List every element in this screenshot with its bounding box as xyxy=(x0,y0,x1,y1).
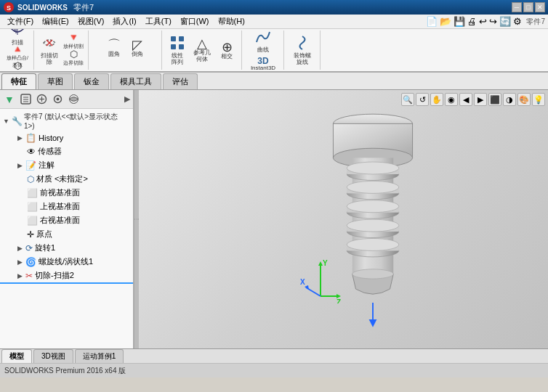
fillet-icon: ⌒ xyxy=(108,38,121,52)
qa-open[interactable]: 📂 xyxy=(440,16,451,27)
curves-button[interactable]: 曲线 xyxy=(251,29,275,54)
loft-boss-icon: 🔺 xyxy=(12,44,23,54)
menu-view[interactable]: 视图(V) xyxy=(73,15,109,28)
prev-view-btn[interactable]: ◀ xyxy=(459,93,472,106)
feature-tree-tab[interactable] xyxy=(19,92,33,107)
tabbar: 特征 草图 钣金 模具工具 评估 xyxy=(0,73,548,90)
config-tab[interactable] xyxy=(51,92,65,107)
intersect-button[interactable]: ⊕ 相交 xyxy=(215,33,238,68)
view-orient-btn[interactable]: ◉ xyxy=(445,93,458,106)
tree-item-front-plane[interactable]: ⬜ 前视基准面 xyxy=(0,186,133,200)
draft-button[interactable]: ▽ 拔模 xyxy=(126,67,148,73)
annotation-icon: 📝 xyxy=(25,160,36,171)
svg-text:X: X xyxy=(300,278,305,286)
appearance-btn[interactable]: ◑ xyxy=(503,93,516,106)
quick-access-bar: 📄 📂 💾 🖨 ↩ ↪ 🔄 ⚙ xyxy=(426,16,522,27)
win-close[interactable]: ✕ xyxy=(535,2,545,12)
tree-item-material[interactable]: ⬡ 材质 <未指定> xyxy=(0,172,133,186)
material-label: 材质 <未指定> xyxy=(36,173,88,184)
revolve1-icon: ⟳ xyxy=(25,243,33,253)
lights-btn[interactable]: 💡 xyxy=(532,93,545,106)
ref-geometry-button[interactable]: △ 参考几何体 xyxy=(190,33,214,68)
fillet-button[interactable]: ⌒ 圆角 xyxy=(103,30,125,65)
rib-button[interactable]: ▤ 筋 xyxy=(103,67,125,73)
tree-item-cut-sweep2[interactable]: ▶ ✂ 切除-扫描2 xyxy=(0,269,133,284)
menu-insert[interactable]: 插入(I) xyxy=(108,15,140,28)
toolbar-loft-buttons: 🔺 放样凸台/基体 ⬡ 边界凸台/基体 xyxy=(6,48,29,73)
annotation-label: 注解 xyxy=(39,160,55,171)
svg-point-22 xyxy=(347,181,399,193)
part-name: 零件7 xyxy=(526,17,545,27)
qa-undo[interactable]: ↩ xyxy=(479,16,487,27)
panel-expand-arrow[interactable]: ▶ xyxy=(123,93,132,105)
top-plane-label: 上视基准面 xyxy=(40,201,80,212)
qa-print[interactable]: 🖨 xyxy=(467,16,477,27)
tab-sheet-metal[interactable]: 钣金 xyxy=(74,73,109,89)
menu-edit[interactable]: 编辑(E) xyxy=(38,15,73,28)
tree-item-right-plane[interactable]: ⬜ 右视基准面 xyxy=(0,213,133,227)
left-panel: ▼ xyxy=(0,90,134,348)
menu-window[interactable]: 窗口(W) xyxy=(176,15,214,28)
curves-icon xyxy=(255,29,271,47)
win-maximize[interactable]: □ xyxy=(523,2,533,12)
solidworks-logo: S xyxy=(3,1,16,13)
btab-model[interactable]: 模型 xyxy=(1,349,32,363)
swept-cut-label: 扫描切除 xyxy=(41,53,58,66)
toolbar-helix-group: 装饰螺旋线 xyxy=(285,30,321,70)
helix-label: 螺旋线/涡状线1 xyxy=(39,256,93,267)
boundary-boss-button[interactable]: ⬡ 边界凸台/基体 xyxy=(6,65,29,73)
qa-new[interactable]: 📄 xyxy=(426,16,438,27)
menu-file[interactable]: 文件(F) xyxy=(3,15,38,28)
next-view-btn[interactable]: ▶ xyxy=(474,93,487,106)
svg-point-19 xyxy=(347,162,399,174)
linear-pattern-button[interactable]: 线性阵列 xyxy=(166,33,189,68)
qa-rebuild[interactable]: 🔄 xyxy=(499,16,511,27)
loft-cut-button[interactable]: 🔻 放样切割 xyxy=(62,33,85,49)
tab-sketch[interactable]: 草图 xyxy=(38,73,73,89)
tab-mold[interactable]: 模具工具 xyxy=(110,73,161,89)
qa-options[interactable]: ⚙ xyxy=(513,16,522,27)
chamfer-icon: ◸ xyxy=(132,38,142,52)
tab-evaluate[interactable]: 评估 xyxy=(163,73,198,89)
tree-item-helix[interactable]: ▶ 🌀 螺旋线/涡状线1 xyxy=(0,255,133,269)
linear-pattern-label: 线性阵列 xyxy=(172,53,183,66)
feature-tree: ▼ 🔧 零件7 (默认<<默认>显示状态 1>) ▶ 📋 History 👁 传… xyxy=(0,109,133,348)
deco-helix-icon xyxy=(294,35,310,53)
btab-3dview[interactable]: 3D视图 xyxy=(33,349,73,363)
boundary-cut-button[interactable]: ⬡ 边界切除 xyxy=(62,49,85,65)
coordinate-axes: Y Z X xyxy=(299,260,342,305)
front-plane-label: 前视基准面 xyxy=(40,187,80,198)
win-minimize[interactable]: ─ xyxy=(512,2,522,12)
fillet-label: 圆角 xyxy=(108,52,120,58)
instant3d-button[interactable]: 3D Instant3D xyxy=(246,56,281,73)
tab-features[interactable]: 特征 xyxy=(1,73,36,89)
menu-help[interactable]: 帮助(H) xyxy=(214,15,249,28)
panel-icon-bar: ▼ xyxy=(0,90,133,109)
helix-expand: ▶ xyxy=(17,258,23,266)
tree-root-icon: 🔧 xyxy=(12,116,23,126)
deco-helix-button[interactable]: 装饰螺旋线 xyxy=(288,33,317,68)
menubar: 文件(F) 编辑(E) 视图(V) 插入(I) 工具(T) 窗口(W) 帮助(H… xyxy=(0,15,548,29)
history-label: History xyxy=(39,134,63,142)
svg-point-28 xyxy=(347,219,399,232)
tree-item-origin[interactable]: ✛ 原点 xyxy=(0,227,133,241)
boundary-cut-label: 边界切除 xyxy=(63,60,84,67)
tree-item-revolve1[interactable]: ▶ ⟳ 旋转1 xyxy=(0,241,133,255)
scene-btn[interactable]: 🎨 xyxy=(517,93,531,106)
btab-motion[interactable]: 运动算例1 xyxy=(75,349,124,363)
right-plane-label: 右视基准面 xyxy=(40,215,80,226)
svg-text:S: S xyxy=(7,4,11,12)
tree-item-top-plane[interactable]: ⬜ 上视基准面 xyxy=(0,200,133,213)
display-style-btn[interactable]: ⬛ xyxy=(488,93,501,106)
menu-tools[interactable]: 工具(T) xyxy=(141,15,176,28)
chamfer-button[interactable]: ◸ 倒角 xyxy=(126,30,148,65)
property-tab[interactable] xyxy=(35,92,49,107)
swept-cut-button[interactable]: 扫描切除 xyxy=(38,33,61,68)
qa-redo[interactable]: ↪ xyxy=(489,16,497,27)
tree-item-history[interactable]: ▶ 📋 History xyxy=(0,131,133,144)
tree-root[interactable]: ▼ 🔧 零件7 (默认<<默认>显示状态 1>) xyxy=(0,110,133,131)
qa-save[interactable]: 💾 xyxy=(454,16,465,27)
tree-item-sensor[interactable]: 👁 传感器 xyxy=(0,144,133,158)
display-tab[interactable] xyxy=(67,92,81,107)
tree-item-annotation[interactable]: ▶ 📝 注解 xyxy=(0,158,133,172)
